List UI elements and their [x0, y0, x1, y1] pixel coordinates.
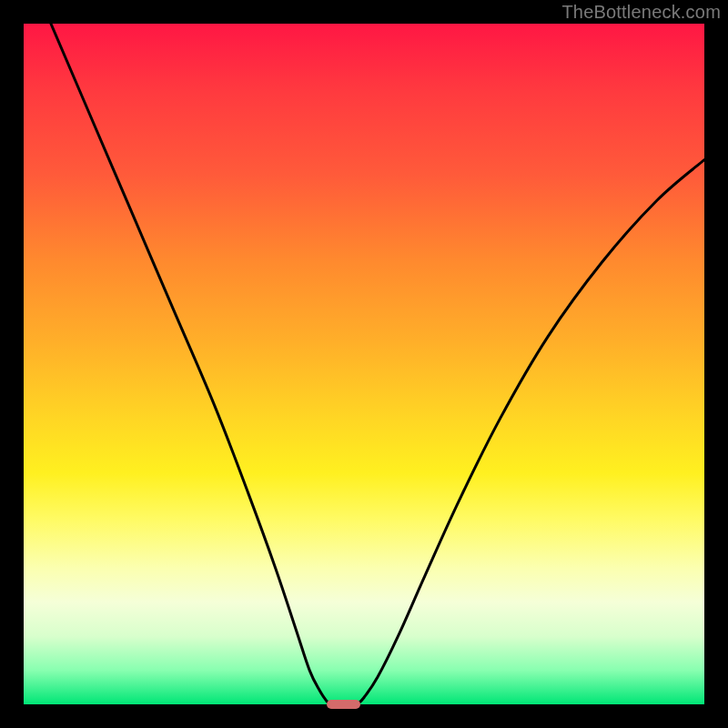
- plot-area: [24, 24, 704, 704]
- right-curve: [358, 160, 704, 704]
- watermark-text: TheBottleneck.com: [561, 2, 721, 23]
- chart-frame: TheBottleneck.com: [0, 0, 728, 728]
- optimal-marker: [327, 700, 360, 709]
- curves-svg: [24, 24, 704, 704]
- left-curve: [51, 24, 330, 704]
